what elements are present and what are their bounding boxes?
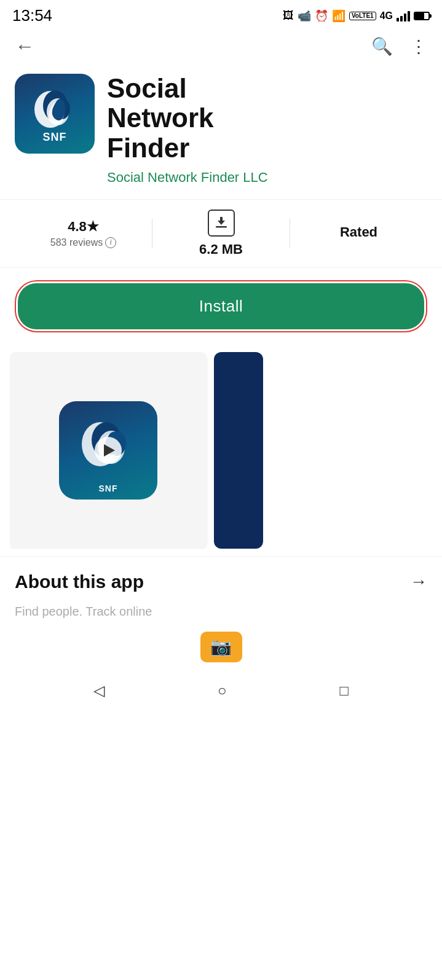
nav-home-icon[interactable]: ○ — [218, 682, 227, 699]
about-header: About this app → — [15, 571, 427, 592]
screenshots-section: SNF — [0, 345, 442, 556]
vol-lte-icon: VoLTE1 — [349, 12, 376, 20]
size-value: 6.2 MB — [199, 241, 243, 257]
info-icon[interactable]: i — [105, 237, 116, 248]
4g-icon: 4G — [380, 10, 393, 22]
system-nav-bar: ◁ ○ □ — [0, 675, 442, 707]
nav-recents-icon[interactable]: □ — [340, 682, 349, 699]
alarm-icon: ⏰ — [315, 9, 328, 23]
more-button[interactable]: ⋮ — [410, 36, 427, 57]
svg-rect-6 — [220, 217, 223, 222]
install-btn-wrapper: Install — [15, 280, 427, 332]
photo-icon: 🖼 — [283, 9, 294, 22]
status-bar: 13:54 🖼 📹 ⏰ 📶 VoLTE1 4G — [0, 0, 442, 29]
rating-stat: 4.8★ 583 reviews i — [15, 219, 152, 248]
size-stat: 6.2 MB — [152, 210, 290, 257]
screenshot-snf-label: SNF — [99, 484, 118, 493]
app-developer[interactable]: Social Network Finder LLC — [107, 169, 427, 187]
camera-icon: 📷 — [210, 637, 232, 657]
nav-bar: ← 🔍 ⋮ — [0, 29, 442, 64]
back-button[interactable]: ← — [15, 35, 34, 58]
app-title: Social Network Finder — [107, 74, 427, 163]
search-button[interactable]: 🔍 — [371, 36, 393, 57]
status-icons: 🖼 📹 ⏰ 📶 VoLTE1 4G — [283, 9, 430, 23]
about-section: About this app → Find people. Track onli… — [0, 556, 442, 625]
reviews-label: 583 reviews i — [50, 237, 116, 248]
app-icon-label: SNF — [43, 131, 67, 144]
play-triangle-icon — [104, 444, 115, 457]
floating-camera-area: 📷 — [0, 625, 442, 675]
about-title: About this app — [15, 571, 144, 592]
screenshot-1[interactable]: SNF — [10, 352, 207, 549]
about-description: Find people. Track online — [15, 602, 427, 621]
screenshot-app-icon: SNF — [59, 401, 157, 500]
app-header: SNF Social Network Finder Social Network… — [0, 64, 442, 199]
wifi-icon: 📶 — [332, 9, 345, 23]
install-section: Install — [0, 268, 442, 345]
rating-value: 4.8★ — [68, 219, 99, 235]
nav-back-icon[interactable]: ◁ — [93, 682, 105, 699]
install-button[interactable]: Install — [18, 283, 424, 329]
signal-bars — [397, 10, 410, 22]
svg-rect-4 — [216, 226, 227, 228]
status-time: 13:54 — [12, 6, 52, 25]
download-icon — [208, 210, 235, 237]
floating-camera: 📷 — [200, 632, 242, 662]
screenshot-2-partial — [214, 352, 263, 549]
play-overlay[interactable] — [95, 437, 122, 464]
rated-value: Rated — [340, 224, 377, 240]
screenshots-scroll[interactable]: SNF — [10, 352, 442, 549]
app-icon: SNF — [15, 74, 95, 154]
nav-right-icons: 🔍 ⋮ — [371, 36, 427, 57]
rated-stat: Rated — [290, 224, 427, 243]
about-arrow[interactable]: → — [410, 572, 427, 592]
video-icon: 📹 — [298, 9, 311, 23]
stats-row: 4.8★ 583 reviews i 6.2 MB Rated — [0, 199, 442, 268]
app-title-block: Social Network Finder Social Network Fin… — [107, 74, 427, 187]
battery-icon — [414, 12, 430, 20]
